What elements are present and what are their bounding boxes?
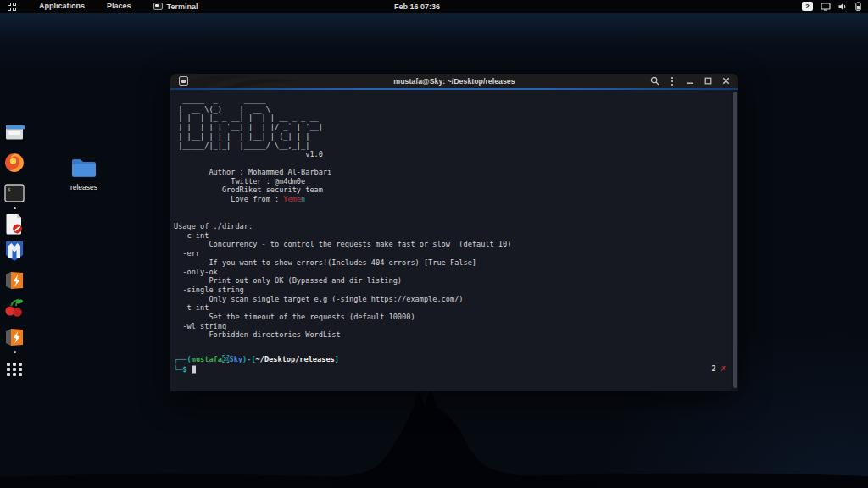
scrollbar-thumb[interactable] [733,92,737,388]
shell-prompt: ┌──(mustafa㉉Sky)-[~/Desktop/releases] └─… [174,355,339,374]
usage-line: Usage of ./dirdar: [174,222,511,231]
dock-firefox[interactable] [4,152,25,173]
usage-line: -single string [174,286,511,295]
volume-icon[interactable] [838,3,848,11]
usage-line: Only scan single target e.g (-single htt… [174,295,511,304]
orange-cube-lightning-icon [4,270,25,291]
top-bar-right: 2 [802,2,868,11]
folder-icon [71,158,97,178]
terminal-cursor [192,365,197,373]
usage-line: -c int [174,231,511,241]
usage-line: -only-ok [174,268,511,277]
terminal-window: mustafa@Sky: ~/Desktop/releases _____ _ … [170,74,738,391]
twitter-line: Twitter : @m4dm0e [174,177,331,186]
close-button[interactable] [721,76,731,86]
dock-cherrytree[interactable] [4,298,25,319]
menu-terminal[interactable]: Terminal [142,3,209,11]
dock-app-grid[interactable] [4,359,25,380]
maximize-button[interactable] [703,76,713,86]
menu-places[interactable]: Places [96,0,142,13]
dock-text-editor[interactable] [4,213,25,233]
terminal-content[interactable]: _____ _ _____ | __ \(_) | __ \ | | | |_ … [170,90,738,391]
terminal-window-icon [153,3,163,10]
exploit-app-running-dot [14,351,16,353]
kali-at-symbol: ㉉ [222,355,230,363]
usage-line: Print out only OK (Bypassed and dir list… [174,276,511,286]
top-bar-left: Applications Places Terminal [0,0,209,13]
kebab-menu-icon[interactable] [667,76,677,86]
prompt-line-2: └─$ [174,364,339,374]
clock[interactable]: Feb 16 07:36 [394,3,440,11]
minimize-button[interactable] [685,76,695,86]
usage-line: -err [174,249,511,258]
titlebar-controls [649,76,738,86]
file-manager-icon [4,121,25,141]
document-blocked-icon [4,213,25,235]
dock-metasploit[interactable] [4,241,25,261]
usage-line: Forbidden directories WordList [174,330,511,340]
dock-file-manager[interactable] [4,121,25,141]
wallpaper-glow [0,13,868,72]
search-icon[interactable] [649,76,659,86]
exit-status: 2 ✗ [711,364,726,374]
workspace-indicator[interactable]: 2 [802,2,813,11]
desktop-folder-label: releases [70,183,98,191]
author-block: Author : Mohammed Al-Barbari Twitter : @… [174,168,331,204]
cherrytree-icon [4,298,25,319]
dock-terminal[interactable]: $ [4,183,25,203]
terminal-tab-icon [179,76,188,86]
dock-exploit-app[interactable] [4,270,25,291]
terminal-scrollbar[interactable] [732,90,738,391]
metasploit-icon [4,241,25,262]
desktop-folder-releases[interactable]: releases [70,158,98,191]
battery-icon[interactable] [855,2,861,11]
menu-applications[interactable]: Applications [28,0,96,13]
terminal-titlebar[interactable]: mustafa@Sky: ~/Desktop/releases [170,74,738,88]
prompt-line-1: ┌──(mustafa㉉Sky)-[~/Desktop/releases] [174,355,339,364]
workspace-grid-icon[interactable] [8,3,16,11]
love-line: Love from : Yemen [174,195,331,204]
usage-block: Usage of ./dirdar: -c int Concurrency - … [174,222,511,340]
usage-line: Set the timeout of the requests (default… [174,313,511,322]
dock-exploit-app-2[interactable] [4,327,25,347]
terminal-icon: $ [4,183,25,203]
app-grid-icon [4,359,25,380]
team-line: GrodRiket security team [174,186,331,195]
ascii-banner: _____ _ _____ | __ \(_) | __ \ | | | |_ … [174,96,323,159]
orange-cube-lightning-icon [4,327,25,347]
usage-line: -t int [174,303,511,313]
author-line: Author : Mohammed Al-Barbari [174,168,331,177]
firefox-icon [4,152,25,173]
top-bar: Applications Places Terminal Feb 16 07:3… [0,0,868,13]
terminal-running-dot [14,207,16,209]
menu-terminal-label: Terminal [167,3,198,11]
usage-line: Concurrency - to control the requests ma… [174,240,511,249]
usage-line: If you want to show errors!(Includes 404… [174,258,511,268]
svg-text:$: $ [8,186,11,192]
display-icon[interactable] [821,3,831,11]
usage-line: -wl string [174,322,511,331]
